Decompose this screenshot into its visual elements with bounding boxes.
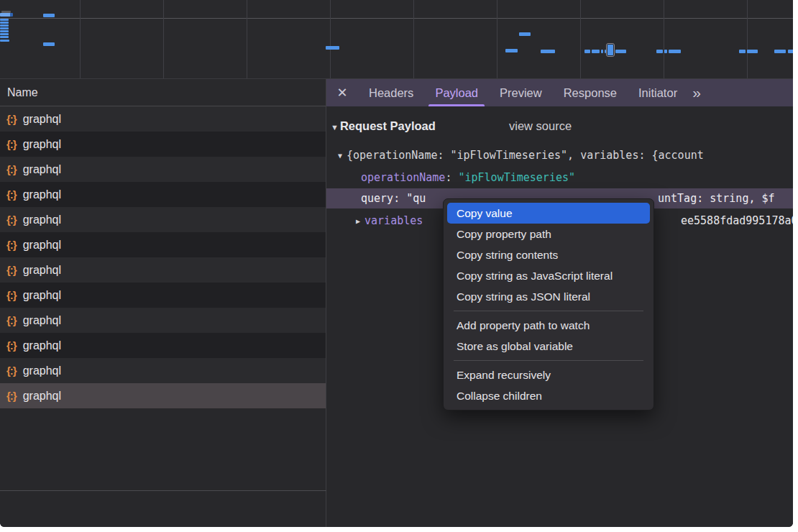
name-column-header[interactable]: Name [0,79,326,106]
table-row[interactable]: {:}graphql [0,207,326,232]
table-row[interactable]: {:}graphql [0,232,326,257]
network-overview-bar[interactable] [541,50,555,53]
overview-gridline [163,0,164,78]
table-row[interactable]: {:}graphql [0,132,326,157]
network-overview-bar[interactable] [0,19,9,21]
request-name: graphql [23,113,61,126]
table-row[interactable]: {:}graphql [0,358,326,383]
network-overview-bar[interactable] [519,32,531,36]
json-braces-icon: {:} [6,289,17,301]
request-name: graphql [23,138,61,151]
table-row[interactable]: {:}graphql [0,157,326,182]
menu-item-store-as-global-variable[interactable]: Store as global variable [447,336,650,357]
network-overview-bar[interactable] [326,46,339,50]
network-overview-bar[interactable] [0,24,9,27]
chevron-right-icon[interactable]: ▶ [356,217,360,225]
table-row[interactable]: {:}graphql [0,182,326,207]
overview-gridline [747,0,748,78]
table-row[interactable]: {:}graphql [0,283,326,308]
query-right-fragment: untTag: string, $f [658,191,775,206]
json-braces-icon: {:} [6,364,17,377]
menu-item-copy-string-json-literal[interactable]: Copy string as JSON literal [447,286,650,307]
network-overview-bar[interactable] [739,50,746,53]
network-overview-bar[interactable] [0,36,9,38]
request-name: graphql [23,214,61,226]
property-key: variables [364,214,423,227]
network-overview-bar[interactable] [747,50,758,53]
table-row[interactable]: {:}graphql [0,106,326,132]
table-row[interactable]: {:}graphql [0,333,326,358]
menu-item-copy-string-js-literal[interactable]: Copy string as JavaScript literal [447,265,650,286]
overview-gridline [247,0,247,78]
property-key: operationName [361,171,445,184]
overview-gridline [413,0,414,78]
network-overview-bar[interactable] [669,50,681,53]
json-braces-icon: {:} [6,339,17,352]
network-overview-bar[interactable] [607,45,613,55]
tree-line-operation-name[interactable]: operationName: "ipFlowTimeseries" [361,170,575,185]
object-preview: {operationName: "ipFlowTimeseries", vari… [347,149,704,162]
request-name: graphql [23,364,61,377]
json-braces-icon: {:} [6,113,17,125]
json-braces-icon: {:} [6,214,17,226]
tree-line-root[interactable]: ▼{operationName: "ipFlowTimeseries", var… [338,147,704,164]
network-overview-bar[interactable] [0,30,9,32]
request-name: graphql [23,163,61,176]
network-overview-bar[interactable] [788,50,793,53]
request-name: graphql [23,264,61,277]
network-overview-bar[interactable] [664,50,667,53]
menu-item-copy-property-path[interactable]: Copy property path [447,224,650,244]
menu-item-add-property-path-to-watch[interactable]: Add property path to watch [447,315,650,336]
json-braces-icon: {:} [6,264,17,276]
overview-gridline [80,0,81,78]
network-overview-bar[interactable] [0,27,9,29]
context-menu: Copy value Copy property path Copy strin… [443,198,654,411]
network-overview-bar[interactable] [774,50,786,53]
table-row[interactable]: {:}graphql [0,308,326,333]
tree-line-variables[interactable]: ▶variables ee5588fdad995178a0 [356,213,423,229]
devtools-window: Name {:}graphql {:}graphql {:}graphql {:… [0,0,793,527]
variables-right-fragment: ee5588fdad995178a0 [681,213,793,229]
json-braces-icon: {:} [6,314,17,326]
network-overview-bar[interactable] [505,49,518,52]
menu-separator [454,311,643,311]
name-column-label: Name [7,86,38,99]
menu-item-expand-recursively[interactable]: Expand recursively [447,364,650,385]
json-braces-icon: {:} [6,163,17,175]
network-overview-bar[interactable] [592,50,600,53]
overview-gridline [330,0,331,78]
overview-baseline [0,18,793,19]
overview-gridline [664,0,664,78]
network-overview-bar[interactable] [0,13,11,17]
network-overview[interactable] [0,0,793,79]
network-overview-bar[interactable] [615,50,626,53]
request-name: graphql [23,314,61,327]
network-overview-bar[interactable] [43,42,55,46]
json-braces-icon: {:} [6,138,17,150]
network-overview-bar[interactable] [0,33,9,35]
table-row-selected[interactable]: {:}graphql [0,383,326,408]
network-overview-bar[interactable] [605,50,606,53]
menu-item-copy-value[interactable]: Copy value [447,203,650,224]
chevron-down-icon[interactable]: ▼ [338,152,342,160]
overview-gridline [497,0,497,78]
network-overview-bar[interactable] [656,50,663,53]
network-overview-bar[interactable] [584,50,590,53]
query-left-fragment: query: "qu [361,191,426,206]
network-overview-bar[interactable] [0,40,9,42]
table-row[interactable]: {:}graphql [0,257,326,283]
network-overview-bar[interactable] [43,14,55,17]
key-separator: : [445,171,458,184]
overview-gridline [580,0,581,78]
network-overview-bar[interactable] [0,22,9,24]
network-overview-bar[interactable] [10,13,13,17]
request-name: graphql [23,239,61,252]
json-braces-icon: {:} [6,188,17,201]
request-name: graphql [23,339,61,352]
menu-item-collapse-children[interactable]: Collapse children [447,385,650,406]
property-string-value: "ipFlowTimeseries" [458,171,575,184]
request-rows: {:}graphql {:}graphql {:}graphql {:}grap… [0,106,326,408]
menu-item-copy-string-contents[interactable]: Copy string contents [447,244,650,265]
menu-separator [454,360,643,361]
network-overview-bar[interactable] [601,50,603,53]
